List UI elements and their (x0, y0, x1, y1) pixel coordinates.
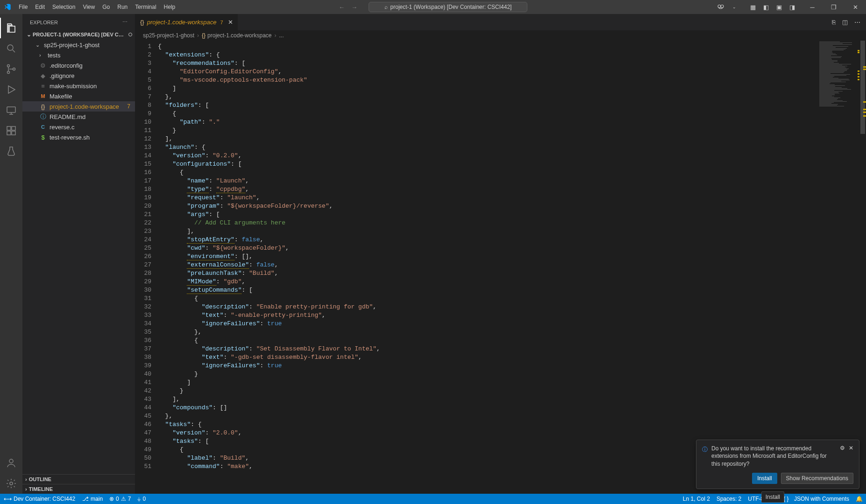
warning-icon: ⚠ (121, 496, 126, 502)
menu-item-selection[interactable]: Selection (49, 0, 79, 14)
command-center[interactable]: ⌕ project-1 (Workspace) [Dev Container: … (369, 2, 527, 12)
toggle-sidebar-icon[interactable]: ◧ (762, 4, 770, 11)
svg-rect-8 (12, 126, 15, 130)
folder-item[interactable]: ›tests (22, 50, 135, 60)
testing-icon[interactable] (0, 141, 22, 161)
more-actions-icon[interactable]: ⋯ (854, 19, 860, 26)
settings-gear-icon[interactable] (0, 473, 22, 494)
show-recommendations-button[interactable]: Show Recommendations (781, 473, 853, 484)
install-button[interactable]: Install (752, 473, 777, 484)
menu-item-view[interactable]: View (79, 0, 99, 14)
vscode-icon (4, 3, 11, 11)
toggle-secondary-sidebar-icon[interactable]: ◨ (788, 4, 796, 11)
folder-root[interactable]: ⌄ sp25-project-1-ghost (22, 40, 135, 50)
file-item[interactable]: ⓘREADME.md (22, 112, 135, 122)
accounts-icon[interactable] (0, 453, 22, 473)
toggle-panel-icon[interactable]: ▣ (775, 4, 783, 11)
scrollbar-thumb[interactable] (860, 41, 865, 134)
chevron-down-icon: ⌄ (35, 42, 41, 48)
editor-tab[interactable]: {} project-1.code-workspace 7 ✕ (135, 14, 238, 30)
titlebar: FileEditSelectionViewGoRunTerminalHelp ←… (0, 0, 866, 14)
outline-section[interactable]: › OUTLINE (22, 474, 135, 484)
remote-indicator[interactable]: ⟷ Dev Container: CSCI442 (0, 494, 79, 504)
svg-rect-10 (12, 131, 15, 135)
timeline-label: TIMELINE (29, 486, 53, 492)
menu-item-go[interactable]: Go (99, 0, 114, 14)
minimap[interactable] (817, 41, 859, 494)
menu-item-run[interactable]: Run (114, 0, 131, 14)
file-item[interactable]: {}project-1.code-workspace7 (22, 101, 135, 112)
remote-icon: ⟷ (4, 496, 12, 502)
nav-back-icon[interactable]: ← (339, 4, 345, 11)
tab-close-icon[interactable]: ✕ (228, 19, 233, 26)
file-item[interactable]: $test-reverse.sh (22, 132, 135, 142)
layout-customize-icon[interactable]: ▦ (749, 4, 757, 11)
code-editor[interactable]: { "extensions": { "recommendations": [ "… (158, 41, 817, 494)
svg-point-2 (7, 45, 13, 50)
file-label: tests (48, 52, 60, 59)
language-mode[interactable]: { } JSON with Comments (780, 494, 852, 504)
breadcrumb-item[interactable]: {} project-1.code-workspace (202, 32, 271, 39)
file-item[interactable]: MMakefile (22, 91, 135, 101)
ports-indicator[interactable]: ⏚0 (134, 494, 149, 504)
file-icon: M (39, 93, 47, 99)
remote-name: Dev Container: CSCI442 (14, 496, 75, 502)
file-badge: 7 (127, 103, 130, 110)
timeline-section[interactable]: › TIMELINE (22, 484, 135, 494)
sidebar-title: EXPLORER (30, 20, 58, 25)
tabs-row: {} project-1.code-workspace 7 ✕ ⎘ ◫ ⋯ (135, 14, 866, 30)
cursor-position[interactable]: Ln 1, Col 2 (680, 494, 713, 504)
file-label: reverse.c (50, 124, 74, 131)
svg-point-12 (10, 482, 13, 485)
file-item[interactable]: ◆.gitignore (22, 70, 135, 81)
breadcrumb-item[interactable]: ... (279, 32, 284, 39)
file-label: project-1.code-workspace (50, 103, 119, 110)
breadcrumbs[interactable]: sp25-project-1-ghost›{} project-1.code-w… (135, 30, 866, 41)
file-item[interactable]: ≡make-submission (22, 81, 135, 91)
compare-changes-icon[interactable]: ⎘ (832, 19, 836, 26)
menu-item-terminal[interactable]: Terminal (131, 0, 160, 14)
gear-icon[interactable]: ⚙ (840, 445, 845, 451)
extensions-icon[interactable] (0, 120, 22, 141)
editor-area: {} project-1.code-workspace 7 ✕ ⎘ ◫ ⋯ sp… (135, 14, 866, 494)
workspace-section-header[interactable]: ⌄ PROJECT-1 (WORKSPACE) [DEV CONTAIN... (22, 30, 135, 39)
notification-toast: ⓘ Do you want to install the recommended… (696, 440, 859, 489)
file-item[interactable]: Creverse.c (22, 122, 135, 132)
close-icon[interactable]: ✕ (849, 445, 853, 451)
chevron-right-icon: › (25, 476, 27, 482)
modified-indicator-icon (128, 33, 132, 36)
menu-item-edit[interactable]: Edit (31, 0, 49, 14)
chevron-right-icon: › (39, 52, 45, 58)
maximize-icon[interactable]: ❐ (823, 0, 845, 14)
breadcrumb-item[interactable]: sp25-project-1-ghost (143, 32, 194, 39)
git-branch[interactable]: ⎇ main (79, 494, 106, 504)
remote-explorer-icon[interactable] (0, 100, 22, 120)
source-control-icon[interactable] (0, 59, 22, 79)
workspace-label: PROJECT-1 (WORKSPACE) [DEV CONTAIN... (33, 32, 127, 37)
menu-item-help[interactable]: Help (160, 0, 179, 14)
explorer-icon[interactable] (0, 18, 22, 38)
indent-indicator[interactable]: Spaces: 2 (713, 494, 745, 504)
file-label: .gitignore (50, 72, 74, 79)
file-label: README.md (50, 113, 85, 120)
close-icon[interactable]: ✕ (845, 0, 866, 14)
statusbar: ⟷ Dev Container: CSCI442 ⎇ main ⊗0 ⚠7 ⏚0… (0, 494, 866, 504)
run-debug-icon[interactable] (0, 79, 22, 100)
file-label: make-submission (50, 83, 97, 90)
sidebar-more-icon[interactable]: ⋯ (122, 19, 128, 25)
nav-forward-icon[interactable]: → (351, 4, 357, 11)
minimize-icon[interactable]: ─ (802, 0, 823, 14)
file-icon: C (39, 124, 47, 130)
copilot-icon[interactable]: ⌄ (711, 3, 744, 11)
file-item[interactable]: ⚙.editorconfig (22, 60, 135, 70)
outline-label: OUTLINE (29, 476, 51, 482)
branch-icon: ⎇ (82, 496, 89, 502)
menu-item-file[interactable]: File (15, 0, 31, 14)
notifications-icon[interactable]: 🔔 (852, 494, 866, 504)
search-icon[interactable] (0, 38, 22, 59)
chevron-right-icon: › (25, 486, 27, 492)
problems-indicator[interactable]: ⊗0 ⚠7 (106, 494, 134, 504)
split-editor-icon[interactable]: ◫ (842, 19, 848, 26)
scrollbar[interactable] (859, 41, 866, 494)
radio-icon: ⏚ (137, 496, 141, 502)
